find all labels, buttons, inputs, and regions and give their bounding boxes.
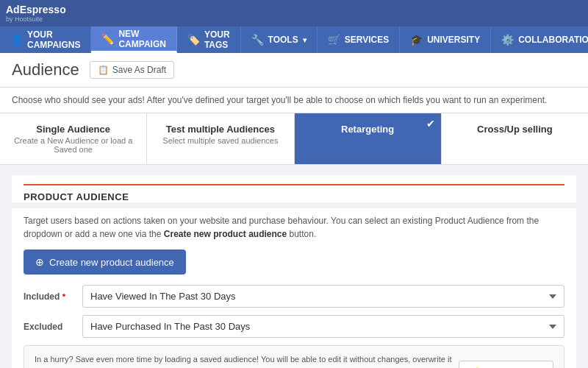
excluded-label: Excluded: [24, 322, 75, 332]
nav-item-new-campaign[interactable]: ✏️ NEW CAMPAIGN: [91, 26, 176, 53]
load-audience-button[interactable]: ⚡ Load Audience: [459, 361, 553, 368]
nav-item-services[interactable]: 🛒 SERVICES: [318, 26, 400, 53]
section-divider: [24, 184, 564, 185]
create-btn-label: Create new product audience: [49, 257, 174, 268]
included-required: *: [62, 292, 65, 301]
nav-item-campaigns[interactable]: 👤 YOUR CAMPAIGNS: [0, 26, 91, 53]
excluded-select[interactable]: Have Purchased In The Past 30 Days: [82, 315, 564, 338]
description-bar: Choose who should see your ads! After yo…: [0, 88, 588, 113]
nav-label-services: SERVICES: [345, 35, 389, 45]
nav-item-collaboration[interactable]: ⚙️ COLLABORATION Beta: [491, 26, 588, 53]
tab-single-audience[interactable]: Single Audience Create a New Audience or…: [0, 113, 147, 164]
tab-row: Single Audience Create a New Audience or…: [0, 113, 588, 165]
tab-test-multiple[interactable]: Test multiple Audiences Select multiple …: [147, 113, 294, 164]
page-title: Audience: [12, 60, 79, 79]
create-product-audience-button[interactable]: ⊕ Create new product audience: [24, 250, 186, 275]
info-box: In a hurry? Save even more time by loadi…: [24, 345, 564, 368]
tab-test-title: Test multiple Audiences: [154, 124, 286, 135]
nav-bar: 👤 YOUR CAMPAIGNS ✏️ NEW CAMPAIGN 🏷️ YOUR…: [0, 26, 588, 53]
info-main-text: In a hurry? Save even more time by loadi…: [35, 353, 459, 368]
create-icon: ⊕: [35, 256, 44, 268]
included-label: Included *: [24, 291, 75, 302]
desc-link: Create new product audience: [164, 229, 287, 239]
nav-label-campaigns: YOUR CAMPAIGNS: [27, 29, 80, 50]
tab-retargeting-check: ✔: [426, 118, 435, 130]
product-audience-desc: Target users based on actions taken on y…: [24, 214, 564, 241]
included-row: Included * Have Viewed In The Past 30 Da…: [24, 285, 564, 308]
tools-icon: 🔧: [251, 34, 264, 46]
tab-test-sub: Select multiple saved audiences: [154, 136, 286, 145]
description-text: Choose who should see your ads! After yo…: [12, 95, 547, 105]
product-audience-body: Target users based on actions taken on y…: [12, 208, 576, 368]
save-draft-label: Save As Draft: [112, 65, 166, 75]
tab-single-sub: Create a New Audience or load a Saved on…: [7, 136, 139, 154]
nav-item-tools[interactable]: 🔧 TOOLS: [241, 26, 318, 53]
collaboration-icon: ⚙️: [501, 34, 514, 46]
nav-label-your-tags: YOUR TAGS: [204, 29, 230, 50]
tab-retargeting[interactable]: ✔ Retargeting: [295, 113, 442, 164]
logo-sub: by Hootsuite: [6, 15, 66, 23]
campaigns-icon: 👤: [10, 34, 23, 46]
tab-cross-title: Cross/Up selling: [449, 124, 581, 135]
desc-part2: button.: [287, 229, 316, 239]
university-icon: 🎓: [410, 34, 423, 46]
nav-item-university[interactable]: 🎓 UNIVERSITY: [400, 26, 491, 53]
nav-label-university: UNIVERSITY: [427, 35, 480, 45]
tab-single-title: Single Audience: [7, 124, 139, 135]
nav-label-new-campaign: NEW CAMPAIGN: [118, 29, 165, 49]
included-select[interactable]: Have Viewed In The Past 30 Days: [82, 285, 564, 308]
info-main: In a hurry? Save even more time by loadi…: [35, 355, 451, 368]
nav-item-your-tags[interactable]: 🏷️ YOUR TAGS: [177, 26, 241, 53]
nav-label-collaboration: COLLABORATION: [518, 35, 588, 45]
save-draft-icon: 📋: [98, 65, 109, 75]
product-audience-title: PRODUCT AUDIENCE: [24, 191, 564, 202]
product-audience-section: PRODUCT AUDIENCE: [12, 175, 576, 202]
logo-text: AdEspresso: [6, 4, 66, 15]
logo: AdEspresso by Hootsuite: [6, 4, 66, 23]
new-campaign-icon: ✏️: [101, 33, 114, 45]
excluded-row: Excluded Have Purchased In The Past 30 D…: [24, 315, 564, 338]
top-bar: AdEspresso by Hootsuite: [0, 0, 588, 26]
page-header: Audience 📋 Save As Draft: [0, 53, 588, 88]
tab-cross-up[interactable]: Cross/Up selling: [442, 113, 588, 164]
content-area: PRODUCT AUDIENCE Target users based on a…: [0, 165, 588, 368]
tab-retargeting-title: Retargeting: [302, 124, 434, 135]
save-draft-button[interactable]: 📋 Save As Draft: [90, 61, 174, 79]
your-tags-icon: 🏷️: [187, 34, 200, 46]
nav-label-tools: TOOLS: [268, 35, 298, 45]
info-text-block: In a hurry? Save even more time by loadi…: [35, 353, 459, 368]
services-icon: 🛒: [328, 34, 340, 46]
